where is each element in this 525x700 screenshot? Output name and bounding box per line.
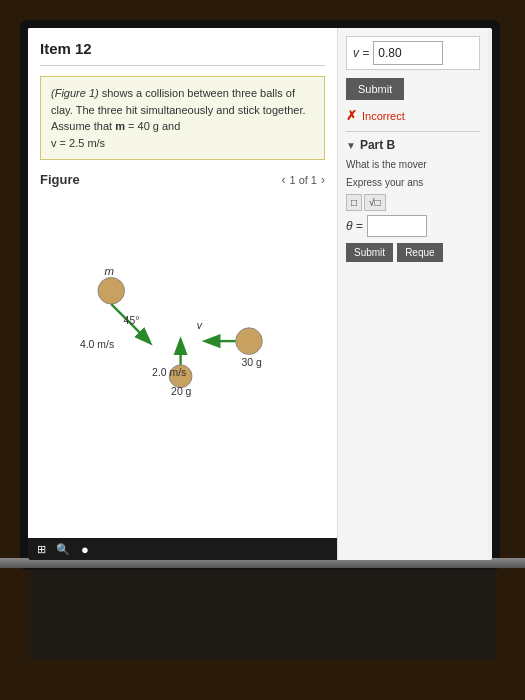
theta-input[interactable]	[367, 215, 427, 237]
prev-figure-arrow[interactable]: ‹	[281, 173, 285, 187]
windows-icon[interactable]: ⊞	[34, 542, 48, 556]
part-b-description-1: What is the mover	[346, 158, 480, 172]
svg-point-0	[98, 277, 125, 304]
chrome-icon[interactable]: ●	[78, 542, 92, 556]
svg-text:2.0 m/s: 2.0 m/s	[152, 367, 186, 378]
svg-text:4.0 m/s: 4.0 m/s	[80, 339, 114, 350]
part-b-submit-button[interactable]: Submit	[346, 243, 393, 262]
incorrect-row: ✗ Incorrect	[346, 108, 480, 123]
svg-text:v: v	[197, 320, 203, 331]
figure-header: Figure ‹ 1 of 1 ›	[40, 172, 325, 187]
diagram-svg: m 45° 4.0 m/s 30 g v	[40, 195, 325, 415]
part-b-section: ▼ Part B What is the mover Express your …	[346, 131, 480, 262]
theta-row: θ =	[346, 215, 480, 237]
problem-text-part1: (Figure 1) shows a collision between thr…	[51, 87, 306, 132]
svg-text:45°: 45°	[124, 315, 140, 326]
figure-label: Figure	[40, 172, 80, 187]
keyboard-area	[30, 570, 495, 660]
figure-nav[interactable]: ‹ 1 of 1 ›	[281, 173, 325, 187]
svg-text:m: m	[105, 265, 115, 277]
answer-input[interactable]	[373, 41, 443, 65]
svg-text:30 g: 30 g	[241, 357, 262, 368]
part-b-title: Part B	[360, 138, 395, 152]
submit-button[interactable]: Submit	[346, 78, 404, 100]
fraction-button[interactable]: □	[346, 194, 362, 211]
svg-point-5	[236, 328, 263, 355]
math-toolbar: □ √□	[346, 194, 480, 211]
next-figure-arrow[interactable]: ›	[321, 173, 325, 187]
figure-area: m 45° 4.0 m/s 30 g v	[40, 195, 325, 415]
answer-label: v =	[353, 46, 369, 60]
bottom-buttons: Submit Reque	[346, 243, 480, 262]
right-panel: v = Submit ✗ Incorrect ▼ Part B What is …	[338, 28, 488, 560]
request-button[interactable]: Reque	[397, 243, 442, 262]
part-b-description-2: Express your ans	[346, 176, 480, 190]
main-panel: Item 12 (Figure 1) shows a collision bet…	[28, 28, 338, 560]
triangle-icon: ▼	[346, 140, 356, 151]
item-title: Item 12	[40, 40, 325, 66]
search-icon[interactable]: 🔍	[56, 542, 70, 556]
svg-text:20 g: 20 g	[171, 386, 192, 397]
figure-page: 1 of 1	[289, 174, 317, 186]
taskbar: ⊞ 🔍 ●	[28, 538, 338, 560]
incorrect-text: Incorrect	[362, 110, 405, 122]
x-icon: ✗	[346, 108, 357, 123]
problem-text: (Figure 1) shows a collision between thr…	[40, 76, 325, 160]
problem-velocity: v = 2.5 m/s	[51, 137, 105, 149]
part-b-header: ▼ Part B	[346, 138, 480, 152]
answer-row: v =	[346, 36, 480, 70]
theta-label: θ =	[346, 219, 363, 233]
sqrt-button[interactable]: √□	[364, 194, 386, 211]
